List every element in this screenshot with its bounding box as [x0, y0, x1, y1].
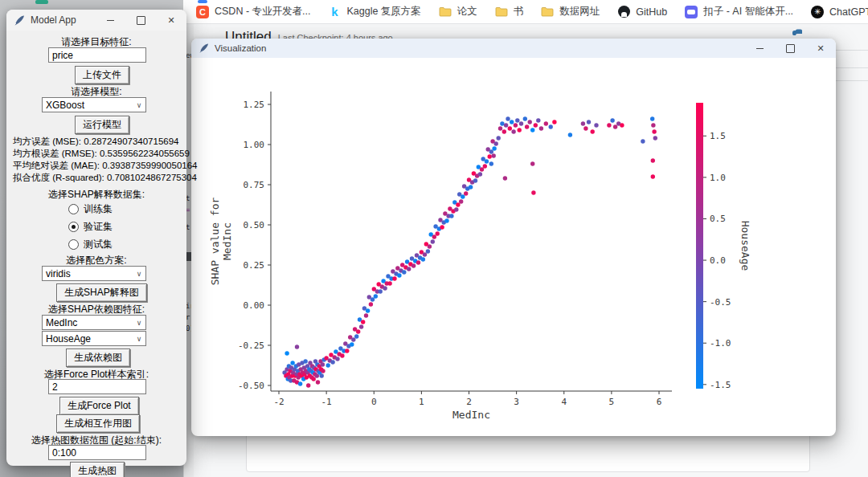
metric-mae: 平均绝对误差 (MAE): 0.39387359990050164	[13, 160, 197, 172]
tab-favicon-speck-green	[35, 0, 48, 4]
radio-label: 验证集	[84, 220, 113, 234]
svg-text:1.25: 1.25	[244, 100, 265, 110]
shap-dependence-plot: -2-10123456-0.50-0.250.000.250.500.751.0…	[191, 58, 836, 436]
generate-shap-button[interactable]: 生成SHAP解释图	[56, 283, 147, 302]
radio-icon	[68, 204, 79, 214]
colorbar: 1.51.00.50.0-0.5-1.0-1.5HouseAge	[696, 103, 751, 390]
model-combobox-value: XGBoost	[43, 100, 133, 111]
tk-feather-icon	[199, 43, 209, 53]
minimize-icon	[756, 48, 764, 49]
close-button[interactable]: ✕	[156, 10, 186, 31]
svg-text:-2: -2	[273, 397, 284, 407]
target-feature-input[interactable]	[48, 47, 146, 63]
coze-icon	[685, 6, 698, 18]
metric-r2: 拟合优度 (R-squared): 0.7081024867275304	[13, 172, 197, 184]
svg-text:6: 6	[657, 397, 662, 407]
colorbar-label: HouseAge	[739, 221, 751, 271]
tab-favicon-speck-blue	[198, 0, 207, 3]
bookmark-label: 数据网址	[559, 5, 600, 18]
tk-feather-icon	[14, 15, 25, 26]
generate-dependence-button[interactable]: 生成依赖图	[66, 349, 130, 367]
bookmark-label: GitHub	[636, 6, 667, 18]
force-plot-index-input[interactable]	[48, 379, 146, 394]
heatmap-range-input[interactable]	[48, 445, 146, 460]
maximize-icon	[786, 44, 795, 53]
svg-text:0.25: 0.25	[244, 260, 265, 271]
upload-file-button[interactable]: 上传文件	[75, 66, 129, 84]
chevron-down-icon: ∨	[133, 270, 145, 278]
model-app-window: Model App ✕ 请选择目标特征: 上传文件 请选择模型: XGBoost…	[6, 10, 186, 466]
bookmark-chatgpt[interactable]: ✳ ChatGPT: Optimizin...	[811, 6, 868, 18]
bookmark-folder-books[interactable]: 书	[495, 5, 524, 18]
svg-text:4: 4	[561, 397, 567, 407]
chevron-down-icon: ∨	[133, 335, 145, 343]
bookmark-kaggle[interactable]: k Kaggle 复原方案	[328, 5, 420, 18]
y-axis-label: SHAP value forMedInc	[209, 198, 233, 286]
maximize-button[interactable]	[125, 10, 156, 31]
minimize-button[interactable]	[95, 10, 125, 31]
colormap-combobox-value: viridis	[43, 268, 133, 279]
dependence-feature2-combobox[interactable]: HouseAge ∨	[42, 331, 146, 346]
maximize-icon	[137, 16, 145, 25]
svg-text:0.75: 0.75	[244, 180, 265, 190]
bookmark-folder-papers[interactable]: 论文	[439, 5, 477, 18]
radio-dataset-1[interactable]: 验证集	[68, 220, 113, 234]
feature1-value: MedInc	[43, 317, 133, 328]
close-button[interactable]: ✕	[805, 39, 836, 58]
folder-icon	[439, 6, 452, 18]
svg-text:0: 0	[371, 397, 377, 407]
svg-text:1.0: 1.0	[710, 173, 726, 183]
svg-text:MedInc: MedInc	[221, 222, 233, 260]
bookmark-csdn[interactable]: C CSDN - 专业开发者...	[196, 5, 310, 18]
bookmark-coze[interactable]: 扣子 - AI 智能体开...	[685, 5, 793, 18]
run-model-button[interactable]: 运行模型	[75, 116, 129, 134]
radio-label: 测试集	[84, 238, 113, 251]
csdn-icon: C	[196, 6, 209, 18]
bookmark-label: CSDN - 专业开发者...	[215, 5, 310, 18]
radio-dataset-2[interactable]: 测试集	[68, 238, 113, 251]
svg-text:SHAP value for: SHAP value for	[209, 198, 221, 286]
svg-text:0.50: 0.50	[244, 220, 265, 230]
svg-text:0.00: 0.00	[244, 300, 265, 311]
model-app-titlebar[interactable]: Model App ✕	[6, 10, 186, 31]
svg-text:-0.50: -0.50	[238, 381, 264, 391]
window-title: Model App	[31, 14, 76, 26]
minimize-button[interactable]	[744, 39, 775, 58]
screen: C CSDN - 专业开发者... k Kaggle 复原方案 论文 书	[0, 0, 868, 477]
svg-text:-0.25: -0.25	[238, 340, 264, 351]
radio-icon	[68, 222, 79, 232]
maximize-button[interactable]	[775, 39, 805, 58]
model-combobox[interactable]: XGBoost ∨	[42, 97, 146, 112]
dependence-feature1-combobox[interactable]: MedInc ∨	[42, 315, 146, 330]
chevron-down-icon: ∨	[133, 101, 145, 109]
svg-text:1.00: 1.00	[244, 140, 265, 150]
bookmark-label: 论文	[457, 5, 477, 18]
axes: -2-10123456-0.50-0.250.000.250.500.751.0…	[209, 92, 672, 421]
generate-interaction-button[interactable]: 生成相互作用图	[56, 414, 140, 433]
svg-text:0.5: 0.5	[710, 214, 726, 224]
svg-text:0.0: 0.0	[710, 255, 726, 266]
bookmark-label: 扣子 - AI 智能体开...	[703, 5, 793, 18]
radio-icon	[68, 239, 79, 250]
svg-text:1.5: 1.5	[710, 131, 726, 141]
bookmark-folder-data-sites[interactable]: 数据网址	[541, 5, 600, 18]
kaggle-icon: k	[331, 5, 338, 18]
svg-text:1: 1	[419, 397, 424, 407]
generate-heatmap-button[interactable]: 生成热图	[70, 462, 125, 477]
svg-text:2: 2	[466, 397, 472, 407]
colormap-combobox[interactable]: viridis ∨	[42, 266, 146, 281]
scatter-points	[282, 116, 657, 387]
radio-label: 训练集	[84, 202, 113, 216]
generate-force-plot-button[interactable]: 生成Force Plot	[59, 397, 139, 415]
visualization-titlebar[interactable]: Visualization ✕	[191, 39, 836, 58]
svg-text:-0.5: -0.5	[710, 297, 731, 308]
svg-text:-1.0: -1.0	[710, 338, 731, 349]
x-axis-label: MedInc	[452, 409, 490, 421]
window-title: Visualization	[215, 43, 266, 53]
radio-dataset-0[interactable]: 训练集	[68, 202, 113, 216]
bookmarks-bar: C CSDN - 专业开发者... k Kaggle 复原方案 论文 书	[183, 0, 868, 24]
bookmark-github[interactable]: GitHub	[617, 6, 667, 18]
github-icon	[618, 6, 630, 18]
metrics-block: 均方误差 (MSE): 0.28724907340715694 均方根误差 (R…	[13, 136, 197, 184]
close-icon: ✕	[167, 15, 174, 26]
